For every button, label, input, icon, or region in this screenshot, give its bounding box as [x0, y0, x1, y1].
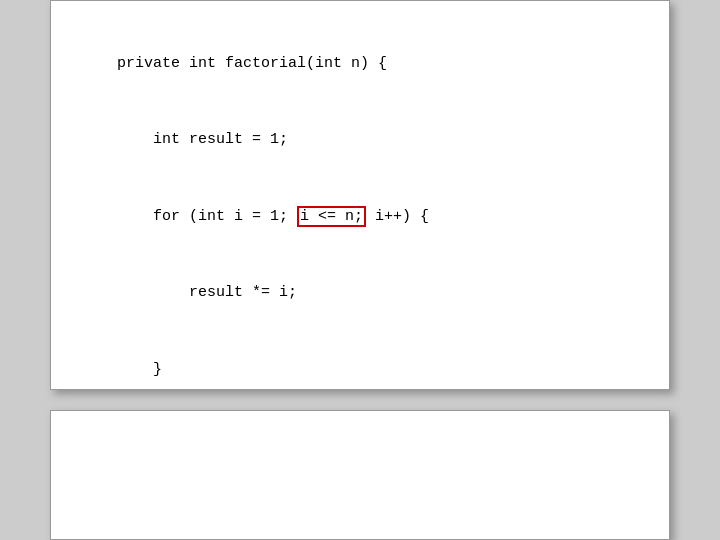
code-line-3: for (int i = 1; i <= n; i++) {: [117, 206, 429, 227]
bottom-card: [50, 410, 670, 540]
code-line-2: int result = 1;: [117, 131, 288, 148]
code-line-1: private int factorial(int n) {: [117, 55, 387, 72]
code-line-4: result *= i;: [117, 284, 297, 301]
top-card: private int factorial(int n) { int resul…: [50, 0, 670, 390]
code-line-5: }: [117, 361, 162, 378]
highlight-condition: i <= n;: [297, 206, 366, 227]
